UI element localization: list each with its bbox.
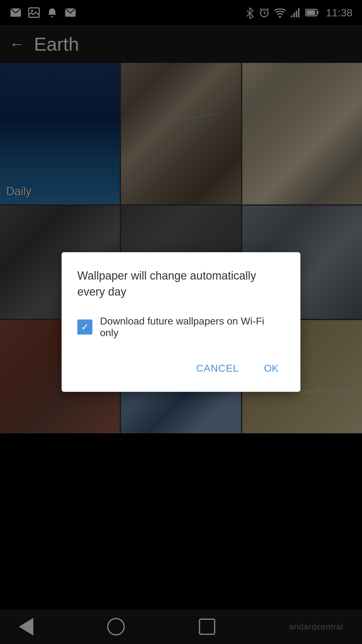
checkbox-checkmark: ✓	[81, 322, 89, 332]
modal-overlay: Wallpaper will change automatically ever…	[0, 0, 362, 644]
modal-dialog: Wallpaper will change automatically ever…	[62, 252, 300, 392]
modal-buttons: CANCEL OK	[77, 358, 285, 379]
ok-button[interactable]: OK	[258, 358, 285, 379]
wifi-checkbox[interactable]: ✓	[77, 319, 92, 335]
modal-title: Wallpaper will change automatically ever…	[77, 268, 285, 300]
wifi-checkbox-row[interactable]: ✓ Download future wallpapers on Wi-Fi on…	[77, 315, 285, 339]
wifi-checkbox-label: Download future wallpapers on Wi-Fi only	[100, 315, 285, 339]
cancel-button[interactable]: CANCEL	[190, 358, 245, 379]
